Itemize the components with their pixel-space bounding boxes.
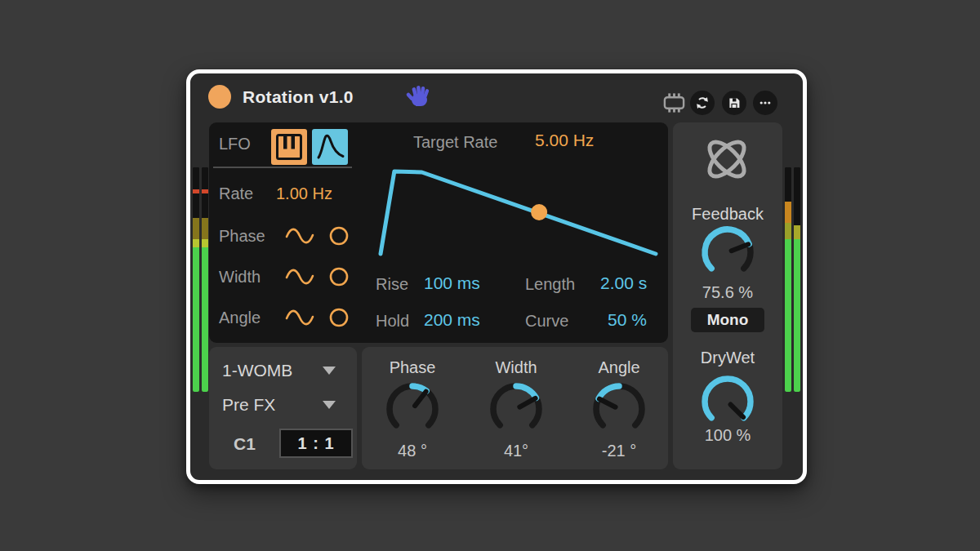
max-for-live-hand-icon xyxy=(405,84,433,113)
macro-knobs-panel: Phase 48 ° Width 41° Angle -21 ° xyxy=(362,347,668,469)
page-background: { "titlebar": { "title": "Rotation v1.0"… xyxy=(0,0,980,551)
device-title: Rotation v1.0 xyxy=(243,73,354,121)
dropdown-arrow-icon[interactable] xyxy=(323,401,336,409)
level-meter-right xyxy=(785,167,800,392)
sine-wave-icon[interactable] xyxy=(284,307,315,331)
feedback-value[interactable]: 75.6 % xyxy=(673,283,782,302)
sine-wave-icon[interactable] xyxy=(284,225,315,250)
tap-point-name[interactable]: Pre FX xyxy=(222,392,275,418)
phase-knob-label: Phase xyxy=(368,357,457,378)
length-label: Length xyxy=(525,275,575,294)
more-options-button[interactable] xyxy=(753,91,777,115)
feedback-knob[interactable] xyxy=(697,221,759,283)
phase-knob-value[interactable]: 48 ° xyxy=(368,440,457,461)
drywet-knob[interactable] xyxy=(697,371,759,433)
save-preset-button[interactable] xyxy=(722,91,746,115)
rise-value[interactable]: 100 ms xyxy=(424,273,480,293)
phase-knob[interactable] xyxy=(381,378,443,440)
width-knob-label: Width xyxy=(471,357,561,378)
rise-label: Rise xyxy=(376,275,408,294)
note-value[interactable]: C1 xyxy=(234,430,256,458)
phase-target-label: Phase xyxy=(219,224,265,248)
level-meter-left xyxy=(193,167,208,392)
preset-name[interactable]: 1-WOMB xyxy=(222,358,292,384)
device-editor-icon[interactable] xyxy=(662,92,686,117)
lfo-target-row-angle: Angle xyxy=(209,305,372,330)
lfo-envelope-panel: LFO Rate 1.00 Hz Phase xyxy=(209,122,668,343)
ratio-box[interactable]: 1 : 1 xyxy=(279,429,353,458)
lfo-target-row-phase: Phase xyxy=(209,224,372,248)
device-title-bar: Rotation v1.0 xyxy=(190,73,803,121)
output-panel: Feedback 75.6 % Mono DryWet 100 % xyxy=(673,122,782,469)
circle-icon[interactable] xyxy=(328,266,350,291)
angle-knob-group: Angle -21 ° xyxy=(574,357,664,461)
angle-knob[interactable] xyxy=(588,378,650,440)
phase-knob-group: Phase 48 ° xyxy=(368,357,457,461)
rate-label: Rate xyxy=(219,181,253,206)
circle-icon[interactable] xyxy=(328,307,350,331)
atom-logo-icon xyxy=(700,134,754,188)
envelope-display[interactable] xyxy=(372,162,666,264)
lfo-target-row-width: Width xyxy=(209,264,372,289)
angle-knob-label: Angle xyxy=(574,357,664,378)
curve-value[interactable]: 50 % xyxy=(608,310,647,330)
width-knob-value[interactable]: 41° xyxy=(471,440,561,461)
device-activator-led[interactable] xyxy=(208,85,231,109)
tap-point-dropdown[interactable]: Pre FX xyxy=(209,392,357,418)
width-knob[interactable] xyxy=(485,378,547,440)
width-target-label: Width xyxy=(219,264,261,289)
keyboard-mode-button[interactable] xyxy=(271,129,307,165)
rate-value[interactable]: 1.00 Hz xyxy=(276,181,332,206)
envelope-mode-button[interactable] xyxy=(312,129,348,165)
circle-icon[interactable] xyxy=(328,225,350,250)
preset-dropdown[interactable]: 1-WOMB xyxy=(209,358,357,384)
lfo-divider xyxy=(213,167,352,168)
routing-panel: 1-WOMB Pre FX C1 1 : 1 xyxy=(209,347,357,469)
rotation-device: Rotation v1.0 xyxy=(186,69,807,484)
dropdown-arrow-icon[interactable] xyxy=(323,367,336,375)
mono-button[interactable]: Mono xyxy=(691,308,764,332)
drywet-value[interactable]: 100 % xyxy=(673,426,782,445)
sine-wave-icon[interactable] xyxy=(284,266,315,291)
curve-label: Curve xyxy=(525,312,568,331)
drywet-label: DryWet xyxy=(673,349,782,367)
angle-target-label: Angle xyxy=(219,305,261,330)
angle-knob-value[interactable]: -21 ° xyxy=(574,440,664,461)
hold-label: Hold xyxy=(376,312,409,331)
hold-value[interactable]: 200 ms xyxy=(424,310,480,330)
target-rate-value[interactable]: 5.00 Hz xyxy=(535,131,594,150)
hot-swap-button[interactable] xyxy=(690,91,715,115)
lfo-section-label: LFO xyxy=(219,135,251,153)
width-knob-group: Width 41° xyxy=(471,357,561,461)
rate-row: Rate 1.00 Hz xyxy=(209,181,372,206)
length-value[interactable]: 2.00 s xyxy=(600,273,647,293)
target-rate-label: Target Rate xyxy=(413,133,497,152)
